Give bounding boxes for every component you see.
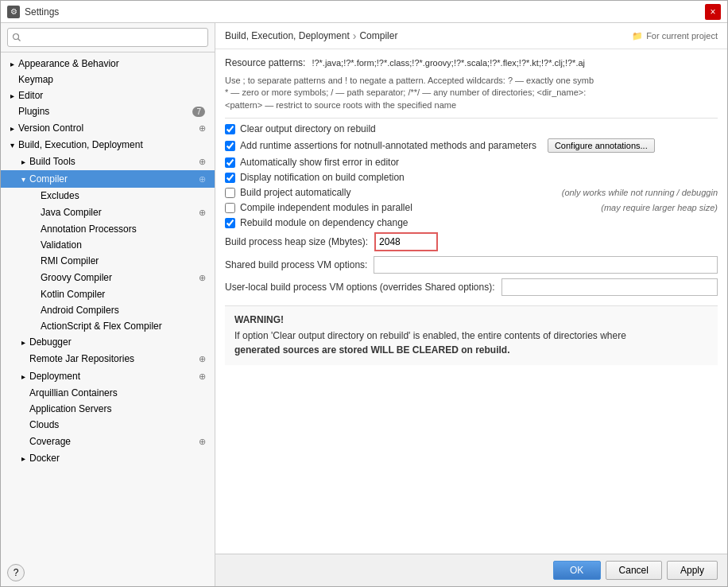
sidebar-item-label: Groovy Compiler [41, 272, 196, 283]
panel-content: Resource patterns: !?*.java;!?*.form;!?*… [215, 49, 727, 554]
resource-value: !?*.java;!?*.form;!?*.class;!?*.groovy;!… [312, 58, 718, 68]
shared-vm-row: Shared build process VM options: [225, 256, 718, 274]
compile-independent-label: Compile independent modules in parallel [240, 202, 412, 213]
divider1 [225, 118, 718, 119]
sidebar-item-android[interactable]: Android Compilers [1, 302, 215, 318]
sidebar-item-label: Validation [41, 239, 208, 251]
clear-output-checkbox[interactable] [225, 124, 235, 134]
sidebar-item-label: Deployment [29, 371, 196, 382]
sidebar-item-keymap[interactable]: Keymap [1, 72, 215, 87]
breadcrumb-current: Compiler [359, 30, 397, 41]
sidebar-item-label: Docker [29, 453, 208, 464]
for-current-label: For current project [646, 31, 718, 41]
window-title: Settings [25, 6, 59, 17]
sidebar-item-java-compiler[interactable]: Java Compiler ⊕ [1, 204, 215, 221]
sidebar-item-plugins[interactable]: Plugins 7 [1, 103, 215, 119]
checkbox-clear-output: Clear output directory on rebuild [225, 123, 718, 134]
sidebar-item-label: ActionScript & Flex Compiler [41, 321, 208, 332]
plugins-badge: 7 [192, 107, 205, 117]
deployment-icon: ⊕ [196, 370, 208, 383]
sidebar-item-groovy[interactable]: Groovy Compiler ⊕ [1, 269, 215, 286]
rebuild-module-checkbox[interactable] [225, 218, 235, 228]
sidebar-item-label: Kotlin Compiler [41, 289, 208, 300]
add-runtime-checkbox[interactable] [225, 141, 235, 151]
sidebar-item-label: Annotation Processors [41, 224, 208, 235]
user-vm-input[interactable] [501, 278, 718, 296]
sidebar-item-app-servers[interactable]: Application Servers [1, 401, 215, 417]
sidebar-item-version-control[interactable]: Version Control ⊕ [1, 119, 215, 137]
main-panel: Build, Execution, Deployment › Compiler … [215, 23, 727, 586]
sidebar-item-label: Plugins [18, 106, 192, 117]
bottom-bar: OK Cancel Apply [215, 554, 727, 586]
auto-show-error-checkbox[interactable] [225, 157, 235, 168]
help-button[interactable]: ? [7, 564, 25, 581]
sidebar-item-coverage[interactable]: Coverage ⊕ [1, 433, 215, 450]
sidebar-item-editor[interactable]: Editor [1, 87, 215, 103]
configure-annotations-button[interactable]: Configure annotations... [548, 138, 655, 153]
heap-size-input[interactable] [374, 232, 438, 251]
arrow-icon [7, 140, 17, 150]
checkbox-compile-independent: Compile independent modules in parallel … [225, 202, 718, 213]
hint-line1: Use ; to separate patterns and ! to nega… [225, 76, 594, 85]
cancel-button[interactable]: Cancel [606, 561, 662, 580]
sidebar-item-remote-jar[interactable]: Remote Jar Repositories ⊕ [1, 350, 215, 367]
checkbox-auto-show-error: Automatically show first error in editor [225, 157, 718, 168]
breadcrumb-separator: › [353, 29, 357, 42]
sidebar-item-label: Arquillian Containers [29, 387, 208, 398]
hint-line3: <pattern> — restrict to source roots wit… [225, 100, 456, 110]
clear-output-label: Clear output directory on rebuild [240, 123, 376, 134]
display-notification-checkbox[interactable] [225, 173, 235, 183]
sidebar-item-excludes[interactable]: Excludes [1, 188, 215, 204]
sidebar-item-appearance[interactable]: Appearance & Behavior [1, 56, 215, 72]
sidebar-item-clouds[interactable]: Clouds [1, 417, 215, 433]
heap-size-row: Build process heap size (Mbytes): [225, 232, 718, 251]
heap-label: Build process heap size (Mbytes): [225, 236, 368, 247]
sidebar-item-build-tools[interactable]: Build Tools ⊕ [1, 153, 215, 170]
arrow-icon [7, 91, 17, 100]
sidebar-item-label: Remote Jar Repositories [29, 353, 196, 364]
ok-button[interactable]: OK [553, 561, 601, 580]
sidebar-item-debugger[interactable]: Debugger [1, 334, 215, 350]
search-input[interactable] [7, 28, 208, 47]
sidebar-item-build-execution[interactable]: Build, Execution, Deployment [1, 137, 215, 153]
checkbox-build-auto: Build project automatically (only works … [225, 187, 718, 198]
sidebar-item-label: Clouds [29, 419, 208, 430]
arrow-icon [18, 453, 28, 463]
build-auto-note: (only works while not running / debuggin [562, 188, 718, 197]
compile-independent-checkbox[interactable] [225, 203, 235, 213]
main-content: Appearance & Behavior Keymap Editor Plug… [1, 23, 727, 586]
sidebar-item-arquillian[interactable]: Arquillian Containers [1, 385, 215, 401]
arrow-icon [18, 174, 28, 184]
sidebar-item-kotlin[interactable]: Kotlin Compiler [1, 286, 215, 302]
sidebar-item-validation[interactable]: Validation [1, 237, 215, 253]
build-auto-checkbox[interactable] [225, 188, 235, 198]
checkbox-runtime-assertions: Add runtime assertions for notnull-annot… [225, 138, 718, 153]
app-icon: ⚙ [7, 6, 20, 18]
arrow-icon [18, 371, 28, 381]
apply-button[interactable]: Apply [667, 561, 718, 580]
arrow-icon [18, 157, 28, 166]
sidebar-item-actionscript[interactable]: ActionScript & Flex Compiler [1, 318, 215, 334]
warning-title: WARNING! [234, 314, 708, 325]
sidebar-item-deployment[interactable]: Deployment ⊕ [1, 367, 215, 385]
sidebar-item-rmi[interactable]: RMI Compiler [1, 253, 215, 269]
breadcrumb-root: Build, Execution, Deployment [225, 30, 350, 41]
close-button[interactable]: × [705, 4, 721, 20]
auto-show-error-label: Automatically show first error in editor [240, 157, 399, 168]
sidebar-item-label: Debugger [29, 336, 208, 348]
sidebar-item-label: Appearance & Behavior [18, 58, 208, 69]
resource-patterns-row: Resource patterns: !?*.java;!?*.form;!?*… [225, 57, 718, 68]
shared-vm-input[interactable] [374, 256, 718, 274]
sidebar-item-docker[interactable]: Docker [1, 450, 215, 466]
sidebar-item-compiler[interactable]: Compiler ⊕ [1, 170, 215, 188]
sidebar-item-label: Java Compiler [41, 207, 196, 218]
sidebar-item-label: Build Tools [29, 156, 196, 167]
project-icon: 📁 [632, 31, 643, 41]
breadcrumb: Build, Execution, Deployment › Compiler … [215, 23, 727, 49]
vcs-icon: ⊕ [196, 122, 208, 134]
search-box [1, 23, 215, 52]
arrow-icon [7, 123, 17, 133]
sidebar-item-annotation[interactable]: Annotation Processors [1, 221, 215, 237]
sidebar-tree: Appearance & Behavior Keymap Editor Plug… [1, 52, 215, 559]
warning-text2: generated sources are stored WILL BE CLE… [234, 344, 510, 356]
